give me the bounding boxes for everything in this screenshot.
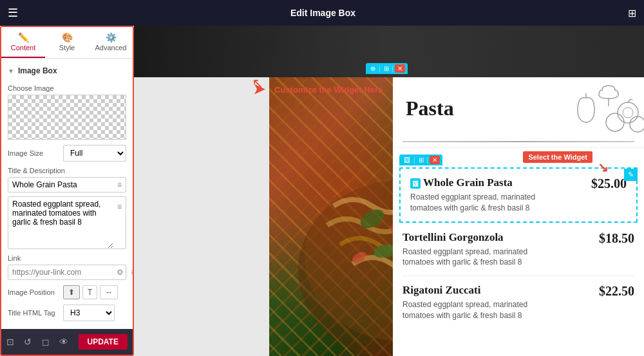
menu-item-second: Tortellini Gorgonzola Roasted eggplant s… bbox=[393, 223, 644, 276]
image-size-label: Image Size bbox=[8, 149, 59, 157]
image-size-row: Image Size Full Large Medium Thumbnail bbox=[8, 145, 126, 162]
top-bar: ☰ Edit Image Box ⊞ bbox=[0, 0, 644, 26]
menu-item-info-second: Tortellini Gorgonzola Roasted eggplant s… bbox=[402, 231, 544, 268]
widget-close-btn[interactable]: ✕ bbox=[395, 64, 405, 73]
image-position-row: Image Position ⬆ T ↔ bbox=[8, 285, 126, 299]
description-input[interactable]: Roasted eggplant spread, marinated tomat… bbox=[8, 197, 113, 248]
menu-item-name-second: Tortellini Gorgonzola bbox=[402, 231, 544, 244]
select-widget-tooltip: Select the Widget bbox=[523, 151, 592, 163]
widget-toolbar-top: ⊕ | ⊞ | ✕ bbox=[366, 63, 408, 74]
pos-btn-top[interactable]: ⬆ bbox=[63, 285, 80, 299]
style-tab-icon: 🎨 bbox=[48, 32, 86, 42]
menu-content-area: Pasta bbox=[393, 77, 644, 356]
tab-style[interactable]: 🎨 Style bbox=[45, 27, 89, 58]
main-layout: ✏️ Content 🎨 Style ⚙️ Advanced ▼ Image B… bbox=[0, 26, 644, 356]
desc-input-list-icon[interactable]: ≡ bbox=[113, 200, 126, 214]
section-header-imagebox: ▼ Image Box bbox=[8, 64, 126, 78]
menu-item-desc-second: Roasted eggplant spread, marinated tomat… bbox=[402, 247, 544, 268]
svg-point-10 bbox=[623, 108, 633, 118]
veggie-illustrations bbox=[567, 80, 644, 145]
title-desc-label: Title & Description bbox=[8, 167, 126, 174]
item-widget-img-icon[interactable]: 🖼 bbox=[402, 156, 412, 164]
customize-widget-text: Customize the Widget Here bbox=[274, 85, 383, 95]
tab-advanced[interactable]: ⚙️ Advanced bbox=[89, 27, 133, 58]
item-edit-btn[interactable]: ✎ bbox=[624, 169, 638, 181]
sidebar-bottom-bar: ⊡ ↺ ◻ 👁 UPDATE bbox=[1, 329, 133, 355]
menu-item-name-first: 🖼Whole Grain Pasta bbox=[410, 176, 552, 189]
eye-icon[interactable]: 👁 bbox=[59, 337, 68, 347]
html-tag-row: Title HTML Tag H3 H1 H2 H4 H5 H6 div spa… bbox=[8, 304, 126, 321]
menu-item-price-second: $18.50 bbox=[599, 231, 634, 246]
link-field-row: ⚙ ≡ bbox=[8, 265, 126, 280]
content-area: ➤ ↖ Customize the Widget Here ⊕ | ⊞ | ✕ bbox=[134, 26, 644, 356]
menu-item-price-third: $22.50 bbox=[599, 284, 634, 299]
link-settings-icon[interactable]: ⚙ bbox=[113, 265, 127, 279]
customize-arrow-icon: ↖ bbox=[252, 75, 263, 92]
menu-item-name-third: Rigatoni Zuccati bbox=[402, 284, 544, 297]
item-widget-close-btn[interactable]: ✕ bbox=[430, 156, 440, 164]
page-title: Edit Image Box bbox=[290, 8, 355, 18]
menu-header-divider bbox=[402, 141, 634, 142]
history-icon[interactable]: ↺ bbox=[24, 337, 32, 347]
select-widget-arrow: ↘ bbox=[598, 160, 609, 175]
image-placeholder[interactable] bbox=[8, 95, 126, 140]
html-tag-select[interactable]: H3 H1 H2 H4 H5 H6 div span p bbox=[63, 304, 115, 321]
menu-header: Pasta bbox=[393, 77, 644, 148]
pos-btn-left[interactable]: T bbox=[82, 285, 97, 299]
menu-item-third: Rigatoni Zuccati Roasted eggplant spread… bbox=[393, 276, 644, 329]
grid-icon[interactable]: ⊞ bbox=[628, 7, 636, 19]
tabs-container: ✏️ Content 🎨 Style ⚙️ Advanced bbox=[1, 27, 133, 59]
item-widget-copy-btn[interactable]: ⊞ bbox=[417, 156, 426, 164]
menu-item-info-first: 🖼Whole Grain Pasta Roasted eggplant spre… bbox=[410, 176, 552, 214]
description-input-wrapper: Roasted eggplant spread, marinated tomat… bbox=[8, 196, 126, 249]
menu-item-img-badge: 🖼 bbox=[410, 178, 421, 189]
menu-item-price-first: $25.00 bbox=[591, 176, 627, 191]
content-tab-icon: ✏️ bbox=[4, 32, 43, 42]
hamburger-icon[interactable]: ☰ bbox=[8, 6, 18, 20]
update-button[interactable]: UPDATE bbox=[79, 334, 128, 350]
sidebar-scroll-content: ▼ Image Box Choose Image Image Size Full… bbox=[1, 59, 133, 329]
tab-content[interactable]: ✏️ Content bbox=[1, 27, 45, 58]
menu-item-desc-first: Roasted eggplant spread, marinated tomat… bbox=[410, 192, 552, 214]
image-size-select[interactable]: Full Large Medium Thumbnail bbox=[63, 145, 126, 162]
layers-icon[interactable]: ⊡ bbox=[6, 337, 14, 347]
image-position-buttons: ⬆ T ↔ bbox=[63, 285, 118, 299]
svg-point-12 bbox=[630, 117, 644, 132]
html-tag-label: Title HTML Tag bbox=[8, 309, 59, 317]
link-list-icon[interactable]: ≡ bbox=[127, 265, 133, 279]
section-collapse-arrow[interactable]: ▼ bbox=[8, 68, 14, 75]
title-input-wrapper: ≡ bbox=[8, 177, 126, 192]
menu-item-info-third: Rigatoni Zuccati Roasted eggplant spread… bbox=[402, 284, 544, 321]
svg-point-9 bbox=[618, 102, 638, 123]
widget-move-btn[interactable]: ⊕ bbox=[368, 64, 377, 73]
sidebar: ✏️ Content 🎨 Style ⚙️ Advanced ▼ Image B… bbox=[0, 26, 134, 356]
menu-item-first: 🖼Whole Grain Pasta Roasted eggplant spre… bbox=[401, 169, 636, 221]
customize-annotation: ↖ Customize the Widget Here bbox=[274, 85, 383, 95]
bookmark-icon[interactable]: ◻ bbox=[42, 337, 50, 347]
link-label: Link bbox=[8, 254, 126, 262]
image-position-label: Image Position bbox=[8, 288, 59, 296]
title-input-list-icon[interactable]: ≡ bbox=[113, 178, 126, 192]
title-input[interactable] bbox=[8, 178, 113, 192]
first-menu-item-container: 🖼 | ⊞ | ✕ ✎ 🖼Whole Grain Pasta Ro bbox=[393, 167, 644, 223]
advanced-tab-icon: ⚙️ bbox=[91, 32, 130, 42]
item-widget-toolbar: 🖼 | ⊞ | ✕ bbox=[399, 155, 442, 165]
choose-image-label: Choose Image bbox=[8, 84, 126, 92]
highlighted-menu-item: ✎ 🖼Whole Grain Pasta Roasted eggplant sp… bbox=[399, 167, 638, 223]
link-input[interactable] bbox=[8, 265, 113, 279]
svg-point-11 bbox=[606, 113, 624, 131]
pos-btn-right[interactable]: ↔ bbox=[100, 285, 118, 299]
widget-copy-btn[interactable]: ⊞ bbox=[382, 64, 391, 73]
menu-item-desc-third: Roasted eggplant spread, marinated tomat… bbox=[402, 299, 544, 321]
